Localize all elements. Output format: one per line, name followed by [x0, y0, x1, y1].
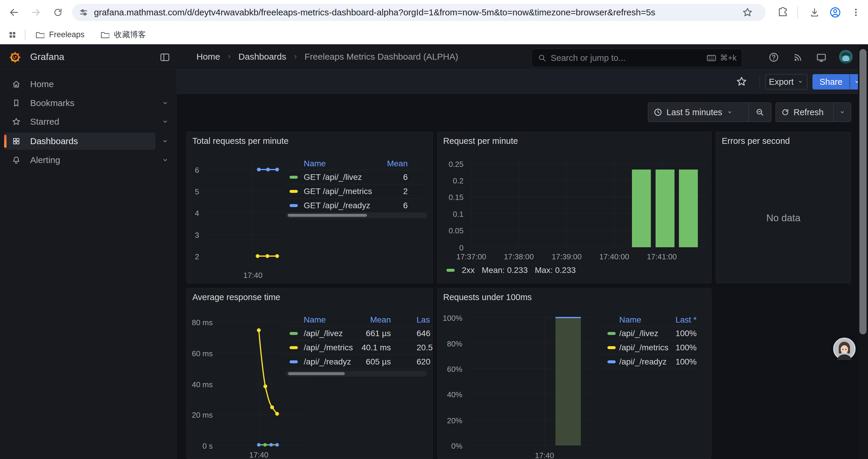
x-tick: 17:40	[527, 451, 562, 459]
sidebar-item-bookmarks[interactable]: Bookmarks	[4, 95, 155, 112]
legend-header-name[interactable]: Name	[304, 159, 326, 168]
sidebar-item-alerting[interactable]: Alerting	[4, 152, 155, 169]
legend-mean-value: 6	[403, 201, 408, 210]
legend-row[interactable]: GET /api/_/readyz 6	[285, 198, 427, 213]
legend-series-name: GET /api/_/livez	[304, 172, 362, 182]
legend-row[interactable]: /api/_/livez 100%	[601, 326, 701, 340]
bars-2xx	[632, 169, 698, 247]
panel-request-per-minute[interactable]: Request per minute 0.25 0.2 0.15	[437, 132, 711, 283]
user-avatar[interactable]	[839, 50, 852, 64]
sidebar-item-home[interactable]: Home	[4, 76, 155, 93]
y-tick: 0.25	[438, 160, 464, 169]
downloads-icon[interactable]	[806, 4, 823, 21]
forward-icon[interactable]	[28, 4, 44, 21]
assistant-avatar[interactable]	[833, 338, 856, 360]
keyboard-icon	[706, 53, 716, 63]
export-button[interactable]: Export	[765, 74, 807, 90]
grafana-logo[interactable]	[9, 51, 21, 65]
legend-row[interactable]: GET /api/_/livez 6	[285, 170, 427, 184]
home-icon	[12, 80, 21, 89]
zoom-out-button[interactable]	[749, 103, 771, 122]
series-metrics-latency	[257, 328, 279, 416]
panel-legend-table: Name Last * /api/_/livez 100% /api/_/met…	[601, 314, 701, 369]
legend-header-name[interactable]: Name	[304, 315, 326, 325]
sidebar-item-label: Dashboards	[30, 136, 78, 146]
breadcrumb-dashboards[interactable]: Dashboards	[239, 52, 286, 62]
legend-series-name[interactable]: 2xx	[462, 266, 475, 275]
scrollbar-thumb[interactable]	[288, 214, 367, 217]
breadcrumb-home[interactable]: Home	[196, 52, 220, 62]
profile-icon[interactable]	[827, 4, 843, 21]
news-icon[interactable]	[791, 51, 804, 64]
legend-mean-value: 6	[403, 172, 408, 182]
bookmark-star-icon[interactable]	[742, 7, 753, 18]
bookmark-folder-freeleaps[interactable]: Freeleaps	[30, 28, 89, 42]
time-range-picker[interactable]: Last 5 minutes	[648, 103, 748, 122]
legend-row[interactable]: /api/_/metrics 40.1 ms 20.5 r	[285, 340, 433, 355]
legend-scrollbar[interactable]	[285, 371, 427, 376]
refresh-interval-button[interactable]	[834, 103, 851, 122]
search-box[interactable]: ⌘+k	[531, 49, 742, 67]
extensions-icon[interactable]	[774, 4, 790, 21]
legend-header-mean[interactable]: Mean	[387, 159, 408, 168]
chevron-down-icon[interactable]	[161, 137, 169, 145]
legend-header-mean[interactable]: Mean	[370, 315, 391, 325]
sidebar-item-starred[interactable]: Starred	[4, 113, 155, 130]
search-input[interactable]	[551, 53, 706, 63]
refresh-button[interactable]: Refresh	[776, 103, 833, 122]
panel-requests-under-100ms[interactable]: Requests under 100ms 100% 80% 60% 40% 20…	[437, 288, 711, 459]
monitor-icon[interactable]	[815, 51, 828, 64]
bar-under-100ms	[555, 318, 581, 446]
x-tick: 17:37:00	[447, 252, 495, 261]
legend-row[interactable]: /api/_/readyz 605 µs 620	[285, 355, 433, 369]
chevron-down-icon[interactable]	[161, 156, 169, 164]
panel-errors-per-second[interactable]: Errors per second No data	[716, 132, 851, 283]
legend-last-value: 20.5 r	[416, 343, 433, 352]
mega-menu-toggle-icon[interactable]	[158, 51, 172, 64]
legend-row[interactable]: /api/_/readyz 100%	[601, 355, 701, 369]
y-tick: 5	[187, 187, 199, 196]
legend-row[interactable]: GET /api/_/metrics 2	[285, 184, 427, 198]
bookmark-folder-blogs[interactable]: 收藏博客	[95, 28, 151, 42]
page-scrollbar[interactable]	[858, 44, 868, 459]
chevron-down-icon[interactable]	[161, 118, 169, 126]
scrollbar-thumb[interactable]	[288, 372, 345, 375]
legend-header-name[interactable]: Name	[619, 315, 642, 325]
legend-row[interactable]: /api/_/livez 661 µs 646	[285, 326, 433, 340]
favorite-star-icon[interactable]	[736, 76, 747, 87]
legend-last-value: 100%	[675, 329, 696, 338]
help-icon[interactable]	[767, 51, 780, 64]
scrollbar-thumb[interactable]	[860, 49, 867, 334]
panel-legend-table: Name Mean GET /api/_/livez 6 GET /api/_/…	[285, 157, 427, 213]
panel-legend-table: Name Mean Las /api/_/livez 661 µs 646 /a…	[285, 314, 433, 369]
legend-scrollbar[interactable]	[285, 212, 427, 218]
share-button[interactable]: Share	[812, 74, 849, 90]
bell-icon	[12, 156, 21, 165]
series-color-pill	[289, 346, 298, 349]
reload-icon[interactable]	[50, 4, 66, 21]
y-tick: 0.1	[438, 210, 464, 219]
back-icon[interactable]	[6, 4, 22, 21]
breadcrumb-separator-icon	[225, 53, 233, 61]
clock-icon	[653, 108, 662, 117]
legend-row[interactable]: /api/_/metrics 100%	[601, 340, 701, 355]
legend-header-last[interactable]: Las	[416, 315, 430, 325]
panel-legend: 2xx Mean: 0.233 Max: 0.233	[446, 266, 576, 275]
url-input[interactable]	[94, 4, 742, 21]
site-info-icon[interactable]	[79, 7, 89, 18]
panel-total-requests[interactable]: Total requests per minute	[186, 132, 433, 283]
chevron-down-icon[interactable]	[161, 99, 169, 107]
browser-menu-icon[interactable]	[848, 4, 864, 21]
legend-header-last[interactable]: Last *	[675, 315, 696, 325]
url-bar[interactable]	[72, 4, 766, 21]
panel-avg-response-time[interactable]: Average response time	[186, 288, 433, 459]
sidebar-item-dashboards[interactable]: Dashboards	[4, 133, 155, 150]
chevron-down-icon	[726, 109, 733, 116]
breadcrumb-separator-icon	[291, 53, 299, 61]
series-readyz	[257, 168, 279, 172]
y-tick: 20%	[438, 416, 462, 425]
bookmark-icon	[12, 99, 21, 107]
breadcrumb: Home Dashboards Freeleaps Metrics Dashbo…	[196, 44, 458, 69]
apps-grid-icon[interactable]	[5, 28, 20, 42]
series-color-pill	[608, 346, 616, 349]
